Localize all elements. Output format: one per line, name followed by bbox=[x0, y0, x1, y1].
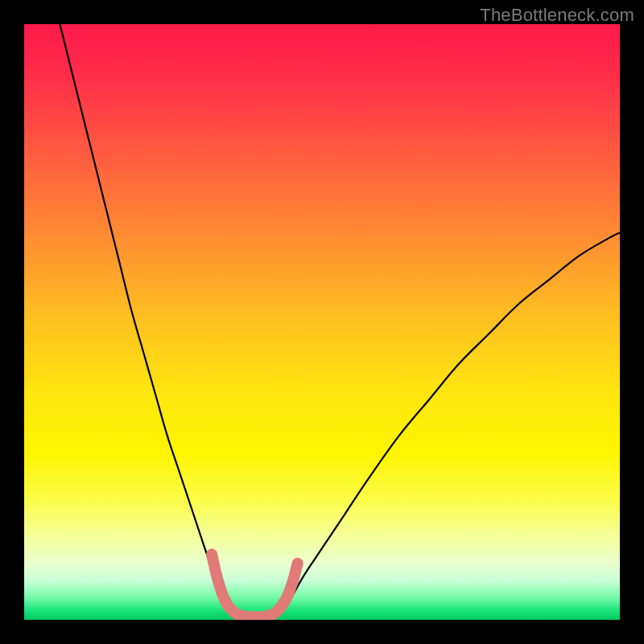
plot-background bbox=[24, 24, 620, 620]
trough-marker bbox=[292, 563, 302, 572]
chart-frame: TheBottleneck.com bbox=[0, 0, 644, 644]
chart-plot bbox=[24, 24, 620, 620]
watermark-label: TheBottleneck.com bbox=[480, 5, 634, 26]
trough-marker bbox=[216, 585, 225, 595]
trough-marker bbox=[287, 580, 297, 590]
trough-marker bbox=[208, 559, 218, 568]
